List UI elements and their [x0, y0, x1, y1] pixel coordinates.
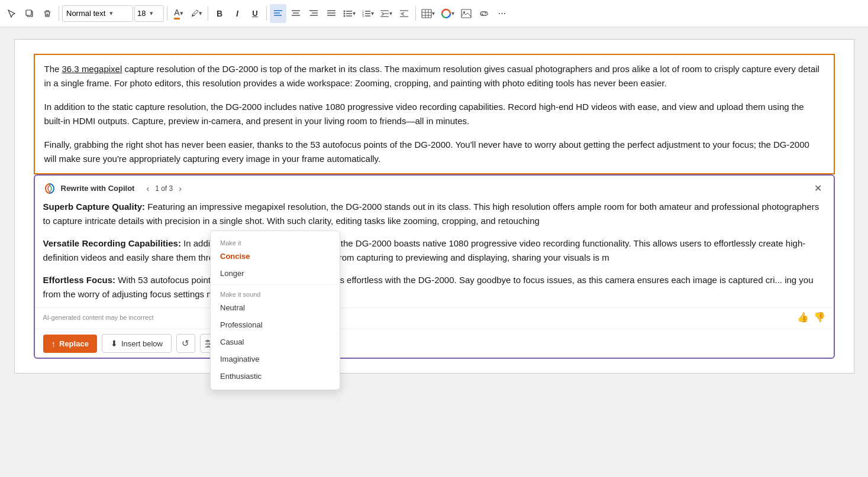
copilot-title: Rewrite with Copilot — [61, 184, 135, 193]
make-it-sound-label: Make it sound — [211, 287, 340, 299]
copilot-paragraph-1: Superb Capture Quality: Featuring an imp… — [43, 200, 825, 228]
insert-below-button[interactable]: ⬇ Insert below — [102, 334, 172, 353]
separator-1 — [59, 7, 59, 21]
copilot-close-button[interactable]: ✕ — [811, 181, 825, 195]
copilot-paragraph-3: Effortless Focus: With 53 autofocus poin… — [43, 273, 825, 301]
font-size-label: 18 — [137, 9, 146, 18]
svg-point-14 — [344, 10, 346, 12]
insert-below-icon: ⬇ — [111, 339, 118, 348]
delete-button[interactable] — [39, 4, 56, 23]
font-size-selector[interactable]: 18 ▾ — [134, 5, 164, 22]
dropdown-item-casual[interactable]: Casual — [211, 333, 340, 351]
font-size-dropdown-icon: ▾ — [150, 9, 153, 17]
underline-icon: U — [252, 9, 257, 18]
regenerate-button[interactable]: ↺ — [176, 334, 195, 353]
main-area: The 36.3 megapixel capture resolution of… — [0, 27, 868, 477]
concise-label: Concise — [220, 252, 250, 261]
more-options-button[interactable]: ⋯ — [493, 4, 510, 23]
underline-button[interactable]: U — [247, 4, 263, 23]
svg-point-16 — [344, 12, 346, 14]
italic-button[interactable]: I — [229, 4, 246, 23]
insert-below-label: Insert below — [121, 339, 163, 348]
insert-table-button[interactable]: ▾ — [419, 4, 437, 23]
copilot-rewrite-box: Rewrite with Copilot ‹ 1 of 3 › ✕ Superb… — [34, 174, 835, 359]
font-color-dropdown-icon: ▾ — [180, 9, 183, 17]
select-tool-button[interactable] — [4, 4, 20, 23]
separator-5 — [415, 7, 416, 21]
separator-3 — [208, 7, 208, 21]
more-icon: ⋯ — [498, 9, 506, 18]
italic-icon: I — [236, 9, 238, 18]
paragraph-2: In addition to the static capture resolu… — [44, 100, 824, 128]
align-center-button[interactable] — [288, 4, 304, 23]
font-family-dropdown-icon: ▾ — [109, 9, 113, 17]
editor-area: The 36.3 megapixel capture resolution of… — [0, 27, 868, 477]
svg-text:3.: 3. — [362, 14, 364, 18]
enthusiastic-label: Enthusiastic — [220, 372, 262, 381]
neutral-label: Neutral — [220, 303, 245, 312]
dropdown-item-enthusiastic[interactable]: Enthusiastic — [211, 368, 340, 385]
numbered-list-button[interactable]: 1. 2. 3. ▾ — [359, 4, 376, 23]
svg-rect-38 — [462, 9, 471, 18]
copilot-heading-1: Superb Capture Quality: — [43, 202, 146, 212]
separator-2 — [167, 7, 167, 21]
selected-text-block: The 36.3 megapixel capture resolution of… — [34, 54, 835, 174]
replace-label: Replace — [59, 339, 89, 348]
casual-label: Casual — [220, 338, 244, 346]
regenerate-icon: ↺ — [182, 338, 189, 349]
insert-image-button[interactable] — [458, 4, 475, 23]
align-justify-button[interactable] — [323, 4, 340, 23]
copilot-color-button[interactable]: ▾ — [438, 4, 457, 23]
copilot-header: Rewrite with Copilot ‹ 1 of 3 › ✕ — [35, 176, 834, 200]
svg-point-18 — [344, 15, 346, 17]
insert-link-button[interactable] — [476, 4, 492, 23]
copilot-navigation: ‹ 1 of 3 › — [144, 183, 183, 194]
copilot-action-bar: ↑ Replace ⬇ Insert below ↺ — [35, 329, 834, 358]
font-family-selector[interactable]: Normal text ▾ — [62, 5, 133, 22]
font-family-label: Normal text — [66, 9, 105, 18]
copilot-feedback-actions: 👍 👎 — [797, 311, 825, 323]
megapixel-link[interactable]: 36.3 megapixel — [62, 64, 122, 74]
thumbs-down-button[interactable]: 👎 — [814, 311, 825, 323]
toolbar: Normal text ▾ 18 ▾ A ▾ 🖊 ▾ B I U — [0, 0, 868, 27]
longer-label: Longer — [220, 269, 244, 278]
thumbs-up-button[interactable]: 👍 — [797, 311, 809, 323]
ai-disclaimer: AI-generated content may be incorrect — [43, 314, 154, 321]
copilot-heading-3: Effortless Focus: — [43, 275, 116, 285]
svg-rect-1 — [26, 10, 31, 15]
imaginative-label: Imaginative — [220, 355, 259, 364]
copilot-content: Superb Capture Quality: Featuring an imp… — [35, 200, 834, 307]
document-page: The 36.3 megapixel capture resolution of… — [14, 39, 854, 374]
copilot-footer: AI-generated content may be incorrect 👍 … — [35, 307, 834, 329]
dropdown-item-longer[interactable]: Longer — [211, 265, 340, 282]
svg-point-39 — [463, 11, 465, 13]
align-right-button[interactable] — [305, 4, 322, 23]
copilot-logo-icon — [43, 182, 56, 195]
indent-button[interactable]: ▾ — [377, 4, 395, 23]
svg-point-42 — [206, 340, 208, 342]
highlight-dropdown-icon: ▾ — [199, 9, 202, 17]
bullet-list-button[interactable]: ▾ — [341, 4, 358, 23]
copilot-prev-button[interactable]: ‹ — [144, 183, 151, 194]
dropdown-item-neutral[interactable]: Neutral — [211, 299, 340, 316]
align-left-button[interactable] — [270, 4, 286, 23]
highlight-color-button[interactable]: 🖊 ▾ — [188, 4, 205, 23]
professional-label: Professional — [220, 320, 263, 329]
separator-4 — [266, 7, 267, 21]
font-color-button[interactable]: A ▾ — [170, 4, 187, 23]
copilot-nav-label: 1 of 3 — [155, 184, 173, 193]
dropdown-item-imaginative[interactable]: Imaginative — [211, 351, 340, 368]
replace-button[interactable]: ↑ Replace — [43, 335, 97, 353]
outdent-button[interactable] — [396, 4, 412, 23]
dropdown-item-concise[interactable]: Concise — [211, 248, 340, 265]
replace-arrow-icon: ↑ — [51, 339, 56, 349]
copilot-heading-2: Versatile Recording Capabilities: — [43, 238, 181, 248]
paragraph-3: Finally, grabbing the right shot has nev… — [44, 138, 824, 166]
make-it-dropdown: Make it Concise Longer Make it sound Neu… — [210, 231, 340, 390]
duplicate-button[interactable] — [21, 4, 38, 23]
bold-icon: B — [217, 9, 222, 18]
copilot-next-button[interactable]: › — [176, 183, 184, 194]
dropdown-divider — [211, 284, 340, 285]
bold-button[interactable]: B — [211, 4, 228, 23]
dropdown-item-professional[interactable]: Professional — [211, 316, 340, 333]
